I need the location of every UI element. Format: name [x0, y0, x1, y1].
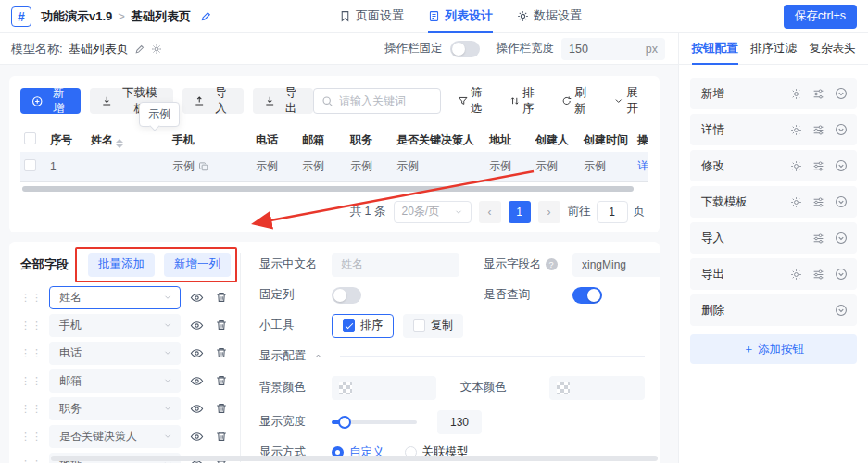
- sidebar-button-row[interactable]: 导出: [690, 258, 857, 290]
- field-name-input[interactable]: [572, 253, 660, 277]
- help-question-icon[interactable]: ?: [546, 258, 558, 270]
- copy-checkbox[interactable]: [413, 319, 425, 332]
- filter-link[interactable]: 筛选: [458, 85, 493, 117]
- trash-icon[interactable]: [212, 291, 231, 304]
- tab-list-design[interactable]: 列表设计: [428, 0, 493, 33]
- horizontal-scrollbar[interactable]: [22, 186, 634, 192]
- field-select[interactable]: 职务: [49, 397, 181, 420]
- page-horizontal-scrollbar[interactable]: [51, 456, 658, 461]
- display-config-section[interactable]: 显示配置: [259, 348, 645, 364]
- tune-icon[interactable]: [812, 269, 824, 281]
- sidebar-button-row[interactable]: 详情: [690, 114, 857, 145]
- copy-icon[interactable]: [198, 161, 209, 172]
- field-select[interactable]: 邮箱: [49, 369, 181, 393]
- action-width-input[interactable]: [569, 43, 624, 56]
- tab-complex-header[interactable]: 复杂表头: [810, 33, 856, 65]
- fixed-col-toggle[interactable]: [332, 287, 361, 304]
- breadcrumb-app[interactable]: 功能演示v1.9: [41, 8, 112, 25]
- search-input[interactable]: [339, 94, 432, 107]
- gear-icon[interactable]: [151, 44, 162, 55]
- pencil-icon[interactable]: [134, 44, 145, 55]
- cn-name-input[interactable]: [332, 253, 459, 277]
- sort-link[interactable]: 排序: [509, 85, 545, 117]
- page-size-select[interactable]: 20条/页: [394, 201, 472, 223]
- detail-link[interactable]: 详情: [637, 159, 648, 172]
- gear-icon[interactable]: [790, 160, 802, 172]
- width-slider[interactable]: [332, 420, 417, 424]
- trash-icon[interactable]: [212, 374, 231, 387]
- expand-link[interactable]: 展开: [613, 85, 648, 117]
- add-column-button[interactable]: 新增一列: [164, 253, 231, 277]
- chevron-down-circle-icon[interactable]: [835, 304, 848, 317]
- eye-icon[interactable]: [187, 319, 206, 332]
- drag-handle-icon[interactable]: ⋮⋮: [20, 293, 43, 303]
- chevron-down-circle-icon[interactable]: [835, 159, 848, 172]
- eye-icon[interactable]: [187, 374, 206, 388]
- sidebar-button-row[interactable]: 导入: [690, 222, 857, 254]
- trash-icon[interactable]: [212, 402, 231, 415]
- sidebar-button-row[interactable]: 新增: [690, 78, 857, 109]
- widget-sort-chip[interactable]: 排序: [332, 314, 394, 338]
- slider-knob[interactable]: [338, 416, 351, 429]
- field-select[interactable]: 手机: [49, 314, 181, 337]
- gear-icon[interactable]: [790, 88, 802, 100]
- tab-sort-filter[interactable]: 排序过滤: [750, 33, 797, 65]
- batch-add-button[interactable]: 批量添加: [88, 253, 155, 277]
- tab-page-settings[interactable]: 页面设置: [339, 0, 404, 33]
- chevron-down-circle-icon[interactable]: [835, 232, 848, 244]
- tune-icon[interactable]: [812, 124, 824, 136]
- tune-icon[interactable]: [812, 196, 824, 208]
- sidebar-button-row[interactable]: 下载模板: [690, 186, 857, 218]
- bg-color-picker[interactable]: [332, 376, 436, 400]
- drag-handle-icon[interactable]: ⋮⋮: [20, 404, 43, 414]
- tune-icon[interactable]: [812, 232, 824, 244]
- drag-handle-icon[interactable]: ⋮⋮: [20, 459, 43, 463]
- eye-icon[interactable]: [187, 430, 206, 444]
- row-checkbox[interactable]: [20, 152, 46, 181]
- prev-page-button[interactable]: ‹: [479, 201, 501, 223]
- sidebar-button-row[interactable]: 修改: [690, 150, 857, 181]
- add-button[interactable]: 新增: [20, 88, 81, 114]
- trash-icon[interactable]: [212, 346, 231, 359]
- breadcrumb-page[interactable]: 基础列表页: [131, 8, 191, 25]
- chevron-down-circle-icon[interactable]: [835, 195, 848, 208]
- text-color-picker[interactable]: [549, 376, 645, 400]
- sort-carets-icon[interactable]: [116, 139, 123, 148]
- next-page-button[interactable]: ›: [538, 201, 560, 223]
- chevron-down-circle-icon[interactable]: [835, 268, 848, 281]
- widget-copy-chip[interactable]: 复制: [403, 314, 463, 338]
- field-select[interactable]: 电话: [49, 342, 181, 365]
- trash-icon[interactable]: [212, 430, 231, 443]
- tune-icon[interactable]: [812, 88, 824, 100]
- chevron-down-circle-icon[interactable]: [835, 87, 848, 100]
- current-page[interactable]: 1: [509, 201, 531, 223]
- gear-icon[interactable]: [790, 124, 802, 136]
- gear-icon[interactable]: [790, 269, 802, 281]
- query-toggle[interactable]: [572, 287, 602, 304]
- add-button-button[interactable]: ＋ 添加按钮: [690, 334, 857, 364]
- save-button[interactable]: 保存ctrl+s: [784, 5, 857, 29]
- drag-handle-icon[interactable]: ⋮⋮: [20, 432, 43, 442]
- eye-icon[interactable]: [187, 346, 206, 360]
- drag-handle-icon[interactable]: ⋮⋮: [20, 376, 43, 386]
- eye-icon[interactable]: [187, 291, 206, 305]
- import-button[interactable]: 导入: [182, 88, 243, 114]
- edit-title-pencil-icon[interactable]: [200, 10, 212, 22]
- eye-icon[interactable]: [187, 402, 206, 416]
- tab-data-settings[interactable]: 数据设置: [517, 0, 582, 33]
- drag-handle-icon[interactable]: ⋮⋮: [20, 320, 43, 331]
- tune-icon[interactable]: [812, 160, 824, 172]
- goto-page-input[interactable]: [597, 201, 628, 223]
- tab-button-config[interactable]: 按钮配置: [692, 33, 738, 65]
- action-fixed-toggle[interactable]: [450, 41, 480, 57]
- trash-icon[interactable]: [212, 319, 231, 332]
- refresh-link[interactable]: 刷新: [561, 85, 597, 117]
- export-button[interactable]: 导出: [253, 88, 313, 114]
- sidebar-button-row[interactable]: 删除: [690, 294, 857, 326]
- sort-checkbox[interactable]: [343, 319, 355, 332]
- select-all-checkbox[interactable]: [24, 132, 36, 144]
- field-select[interactable]: 是否关键决策人: [49, 425, 181, 448]
- field-select[interactable]: 姓名: [49, 286, 181, 309]
- chevron-down-circle-icon[interactable]: [835, 123, 848, 136]
- drag-handle-icon[interactable]: ⋮⋮: [20, 348, 43, 358]
